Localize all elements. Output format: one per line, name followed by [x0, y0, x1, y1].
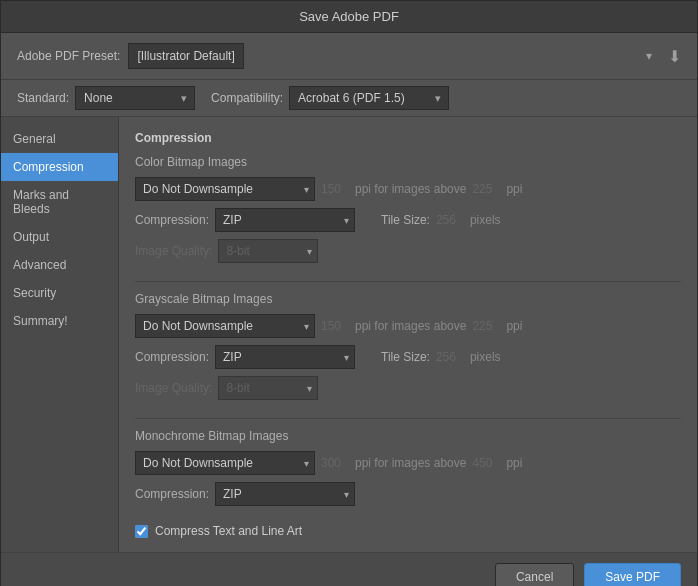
preset-select[interactable]: [Illustrator Default]	[128, 43, 244, 69]
sidebar-item-general[interactable]: General	[1, 125, 118, 153]
cancel-button[interactable]: Cancel	[495, 563, 574, 586]
gray-tile-label: Tile Size:	[381, 350, 430, 364]
gray-ppi-unit: ppi	[506, 319, 522, 333]
standard-select[interactable]: None PDF/A-1b PDF/X-1a PDF/X-3 PDF/X-4	[75, 86, 195, 110]
gray-downsample-wrap: Do Not Downsample Average Downsampling S…	[135, 314, 315, 338]
gray-ppi-input: 150	[321, 319, 349, 333]
monochrome-bitmap-title: Monochrome Bitmap Images	[135, 429, 681, 443]
compress-text-label[interactable]: Compress Text and Line Art	[155, 524, 302, 538]
mono-compression-select[interactable]: ZIP CCITT Group 3 CCITT Group 4 None	[215, 482, 355, 506]
monochrome-bitmap-section: Monochrome Bitmap Images Do Not Downsamp…	[135, 429, 681, 506]
mono-downsample-row: Do Not Downsample Average Downsampling S…	[135, 451, 681, 475]
mono-ppi-above: 450	[472, 456, 500, 470]
color-compression-wrap: ZIP JPEG JPEG 2000 None	[215, 208, 355, 232]
color-tile-label: Tile Size:	[381, 213, 430, 227]
save-preset-icon[interactable]: ⬇	[668, 47, 681, 66]
color-downsample-select[interactable]: Do Not Downsample Average Downsampling S…	[135, 177, 315, 201]
sidebar-item-advanced[interactable]: Advanced	[1, 251, 118, 279]
color-downsample-row: Do Not Downsample Average Downsampling S…	[135, 177, 681, 201]
gray-ppi-label: ppi for images above	[355, 319, 466, 333]
gray-ppi-above: 225	[472, 319, 500, 333]
compatibility-label: Compatibility:	[211, 91, 283, 105]
gray-compression-label: Compression:	[135, 350, 209, 364]
main-area: General Compression Marks and Bleeds Out…	[1, 117, 697, 552]
compress-text-checkbox[interactable]	[135, 525, 148, 538]
sidebar-item-security[interactable]: Security	[1, 279, 118, 307]
color-ppi-unit: ppi	[506, 182, 522, 196]
compatibility-select-wrap: Acrobat 4 (PDF 1.3) Acrobat 5 (PDF 1.4) …	[289, 86, 449, 110]
separator-1	[135, 281, 681, 282]
gray-compression-wrap: ZIP JPEG JPEG 2000 None	[215, 345, 355, 369]
gray-quality-select[interactable]: 8-bit 4-bit 2-bit 1-bit	[218, 376, 318, 400]
color-ppi-above: 225	[472, 182, 500, 196]
standard-item: Standard: None PDF/A-1b PDF/X-1a PDF/X-3…	[17, 86, 195, 110]
color-bitmap-section: Color Bitmap Images Do Not Downsample Av…	[135, 155, 681, 263]
sidebar-item-summary[interactable]: Summary!	[1, 307, 118, 335]
color-tile-value: 256	[436, 213, 464, 227]
mono-ppi-label: ppi for images above	[355, 456, 466, 470]
grayscale-bitmap-title: Grayscale Bitmap Images	[135, 292, 681, 306]
preset-row: Adobe PDF Preset: [Illustrator Default] …	[1, 33, 697, 80]
mono-compression-label: Compression:	[135, 487, 209, 501]
gray-tile-value: 256	[436, 350, 464, 364]
sidebar-item-marks-bleeds[interactable]: Marks and Bleeds	[1, 181, 118, 223]
color-quality-wrap: 8-bit 4-bit 2-bit 1-bit	[218, 239, 318, 263]
gray-compression-select[interactable]: ZIP JPEG JPEG 2000 None	[215, 345, 355, 369]
gray-tile-unit: pixels	[470, 350, 501, 364]
sidebar-item-output[interactable]: Output	[1, 223, 118, 251]
title-bar: Save Adobe PDF	[1, 1, 697, 33]
standard-select-wrap: None PDF/A-1b PDF/X-1a PDF/X-3 PDF/X-4	[75, 86, 195, 110]
color-quality-select[interactable]: 8-bit 4-bit 2-bit 1-bit	[218, 239, 318, 263]
color-tile-unit: pixels	[470, 213, 501, 227]
standard-label: Standard:	[17, 91, 69, 105]
color-ppi-label: ppi for images above	[355, 182, 466, 196]
color-quality-row: Image Quality: 8-bit 4-bit 2-bit 1-bit	[135, 239, 681, 263]
dialog-footer: Cancel Save PDF	[1, 552, 697, 586]
grayscale-bitmap-section: Grayscale Bitmap Images Do Not Downsampl…	[135, 292, 681, 400]
color-compression-label: Compression:	[135, 213, 209, 227]
mono-downsample-select[interactable]: Do Not Downsample Average Downsampling S…	[135, 451, 315, 475]
color-ppi-input: 150	[321, 182, 349, 196]
compress-text-row: Compress Text and Line Art	[135, 524, 681, 538]
separator-2	[135, 418, 681, 419]
mono-downsample-wrap: Do Not Downsample Average Downsampling S…	[135, 451, 315, 475]
gray-downsample-row: Do Not Downsample Average Downsampling S…	[135, 314, 681, 338]
preset-dropdown-wrap: [Illustrator Default]	[128, 43, 660, 69]
gray-compression-row: Compression: ZIP JPEG JPEG 2000 None Til…	[135, 345, 681, 369]
mono-ppi-input: 300	[321, 456, 349, 470]
gray-quality-wrap: 8-bit 4-bit 2-bit 1-bit	[218, 376, 318, 400]
sidebar-item-compression[interactable]: Compression	[1, 153, 118, 181]
gray-downsample-select[interactable]: Do Not Downsample Average Downsampling S…	[135, 314, 315, 338]
dialog-title: Save Adobe PDF	[299, 9, 399, 24]
color-downsample-wrap: Do Not Downsample Average Downsampling S…	[135, 177, 315, 201]
mono-compression-row: Compression: ZIP CCITT Group 3 CCITT Gro…	[135, 482, 681, 506]
save-pdf-button[interactable]: Save PDF	[584, 563, 681, 586]
content-panel: Compression Color Bitmap Images Do Not D…	[119, 117, 697, 552]
section-title: Compression	[135, 131, 681, 145]
compatibility-item: Compatibility: Acrobat 4 (PDF 1.3) Acrob…	[211, 86, 449, 110]
standard-compat-row: Standard: None PDF/A-1b PDF/X-1a PDF/X-3…	[1, 80, 697, 117]
color-bitmap-title: Color Bitmap Images	[135, 155, 681, 169]
preset-label: Adobe PDF Preset:	[17, 49, 120, 63]
gray-quality-label: Image Quality:	[135, 381, 212, 395]
mono-ppi-unit: ppi	[506, 456, 522, 470]
mono-compression-wrap: ZIP CCITT Group 3 CCITT Group 4 None	[215, 482, 355, 506]
compatibility-select[interactable]: Acrobat 4 (PDF 1.3) Acrobat 5 (PDF 1.4) …	[289, 86, 449, 110]
color-compression-select[interactable]: ZIP JPEG JPEG 2000 None	[215, 208, 355, 232]
sidebar: General Compression Marks and Bleeds Out…	[1, 117, 119, 552]
save-pdf-dialog: Save Adobe PDF Adobe PDF Preset: [Illust…	[0, 0, 698, 586]
gray-quality-row: Image Quality: 8-bit 4-bit 2-bit 1-bit	[135, 376, 681, 400]
color-compression-row: Compression: ZIP JPEG JPEG 2000 None Til…	[135, 208, 681, 232]
color-quality-label: Image Quality:	[135, 244, 212, 258]
